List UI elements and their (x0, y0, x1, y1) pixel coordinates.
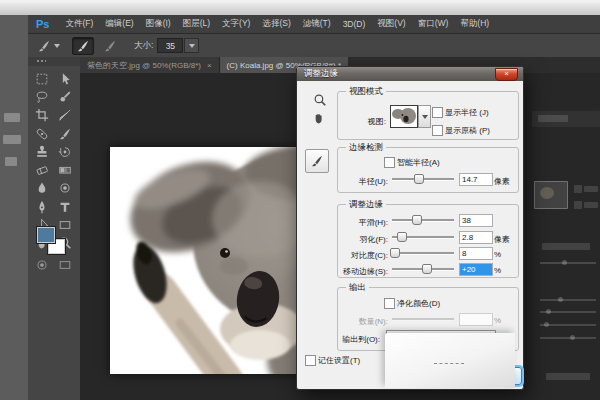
history-brush-tool-icon[interactable] (58, 145, 72, 159)
menu-item-type[interactable]: 文字(Y) (216, 18, 256, 30)
radius-slider[interactable] (392, 174, 454, 184)
contrast-unit: % (494, 250, 501, 259)
dodge-tool-icon[interactable] (58, 181, 72, 195)
brush-tool-icon[interactable] (58, 127, 72, 141)
brush-size-value[interactable]: 35 (157, 38, 183, 53)
menu-item-file[interactable]: 文件(F) (59, 18, 99, 30)
brush-size-dropdown[interactable] (184, 38, 199, 53)
close-icon: × (504, 69, 509, 78)
amount-slider (392, 314, 454, 324)
show-radius-checkbox[interactable] (432, 107, 443, 118)
menu-item-select[interactable]: 选择(S) (256, 18, 296, 30)
view-dropdown-button[interactable] (418, 105, 431, 128)
tool-options-bar: 大小: 35 (28, 34, 600, 58)
menu-item-window[interactable]: 窗口(W) (412, 18, 455, 30)
feather-unit: 像素 (494, 234, 510, 245)
gradient-tool-icon[interactable] (58, 163, 72, 177)
show-original-label: 显示原稿 (P) (445, 125, 490, 136)
background-text-smudge (3, 135, 21, 144)
radius-slider-thumb[interactable] (414, 174, 424, 184)
amount-value-field (459, 313, 493, 326)
type-tool-icon[interactable] (58, 200, 72, 214)
show-original-checkbox[interactable] (432, 125, 443, 136)
feather-slider-thumb[interactable] (397, 232, 407, 242)
spot-healing-tool-icon[interactable] (35, 127, 49, 141)
radius-unit: 像素 (494, 176, 510, 187)
shape-tool-icon[interactable] (58, 218, 72, 232)
menu-item-filter[interactable]: 滤镜(T) (297, 18, 337, 30)
background-ghost-dialog (532, 73, 600, 400)
background-text-smudge (4, 113, 20, 122)
menu-item-view[interactable]: 视图(V) (371, 18, 411, 30)
shift-edge-slider-thumb[interactable] (422, 264, 432, 274)
radius-value-field[interactable]: 14.7 (459, 173, 493, 186)
background-window-strip (0, 15, 28, 400)
amount-label: 数量(N): (336, 316, 388, 327)
view-thumbnail-image (391, 106, 417, 127)
radius-label: 半径(U): (336, 176, 388, 187)
foreground-color-swatch[interactable] (36, 226, 56, 244)
view-mode-legend: 视图模式 (346, 86, 386, 98)
output-legend: 输出 (346, 282, 369, 294)
lasso-tool-icon[interactable] (35, 90, 49, 104)
shrink-brush-button[interactable] (100, 38, 120, 54)
dialog-title-bar[interactable]: 调整边缘 (297, 67, 523, 81)
eraser-tool-icon[interactable] (35, 163, 49, 177)
decontaminate-colors-checkbox[interactable] (384, 298, 395, 309)
screenshot-root: Ps 文件(F) 编辑(E) 图像(I) 图层(L) 文字(Y) 选择(S) 滤… (0, 0, 600, 400)
refine-radius-brush-button[interactable] (305, 149, 329, 173)
menu-item-edit[interactable]: 编辑(E) (99, 18, 139, 30)
expand-brush-button[interactable] (72, 37, 94, 55)
menu-item-help[interactable]: 帮助(H) (454, 18, 495, 30)
smart-radius-label: 智能半径(A) (397, 157, 440, 168)
close-button[interactable]: × (495, 68, 518, 81)
smart-radius-checkbox[interactable] (384, 157, 395, 168)
smooth-value-field[interactable]: 38 (459, 214, 493, 227)
remember-settings-checkbox[interactable] (305, 355, 316, 366)
close-icon[interactable]: × (207, 61, 212, 70)
shift-edge-slider[interactable] (392, 264, 454, 274)
contrast-slider[interactable] (392, 248, 454, 258)
pen-tool-icon[interactable] (35, 200, 49, 214)
zoom-tool-icon[interactable] (313, 93, 327, 107)
blur-tool-icon[interactable] (35, 181, 49, 195)
move-tool-icon[interactable] (58, 72, 72, 86)
tab-purple-sky[interactable]: 紫色的天空.jpg @ 50%(RGB/8*) × (80, 57, 220, 73)
panel-collapse-icon[interactable] (28, 57, 80, 66)
menu-item-layer[interactable]: 图层(L) (177, 18, 216, 30)
smooth-slider-thumb[interactable] (412, 215, 422, 225)
menu-item-3d[interactable]: 3D(D) (337, 19, 372, 29)
shift-edge-value-field[interactable]: +20 (459, 263, 493, 276)
view-mode-group: 视图模式 视图: 显示半径 (J) 显示原稿 (P) (337, 91, 519, 140)
rectangular-marquee-tool-icon[interactable] (35, 72, 49, 86)
crop-tool-icon[interactable] (35, 108, 49, 122)
photoshop-logo: Ps (36, 18, 49, 30)
contrast-slider-thumb[interactable] (390, 248, 400, 258)
brush-preset-icon[interactable] (34, 38, 54, 54)
background-window-band (0, 0, 600, 15)
screen-mode-icon[interactable] (58, 258, 72, 272)
contrast-value-field[interactable]: 8 (459, 247, 493, 260)
hand-tool-icon[interactable] (312, 111, 326, 125)
overlapping-blank-window (385, 333, 515, 388)
smooth-label: 平滑(H): (336, 217, 388, 228)
adjust-edge-legend: 调整边缘 (346, 199, 386, 211)
quick-selection-tool-icon[interactable] (58, 90, 72, 104)
feather-slider[interactable] (392, 232, 454, 242)
edge-detection-group: 边缘检测 智能半径(A) 半径(U): 14.7 像素 (337, 147, 519, 193)
chevron-down-icon (422, 115, 428, 119)
contrast-label: 对比度(C): (336, 250, 388, 261)
clone-stamp-tool-icon[interactable] (35, 145, 49, 159)
tab-label: 紫色的天空.jpg @ 50%(RGB/8*) (87, 60, 201, 71)
quick-mask-mode-icon[interactable] (35, 258, 49, 272)
feather-label: 羽化(F): (336, 234, 388, 245)
decontaminate-colors-label: 净化颜色(D) (397, 298, 440, 309)
menu-item-image[interactable]: 图像(I) (140, 18, 177, 30)
smooth-slider[interactable] (392, 215, 454, 225)
eyedropper-tool-icon[interactable] (58, 108, 72, 122)
covered-text-artifact (434, 363, 464, 364)
view-thumbnail[interactable] (390, 105, 418, 128)
chevron-down-icon[interactable] (54, 44, 60, 48)
view-label: 视图: (332, 116, 386, 127)
feather-value-field[interactable]: 2.8 (459, 231, 493, 244)
